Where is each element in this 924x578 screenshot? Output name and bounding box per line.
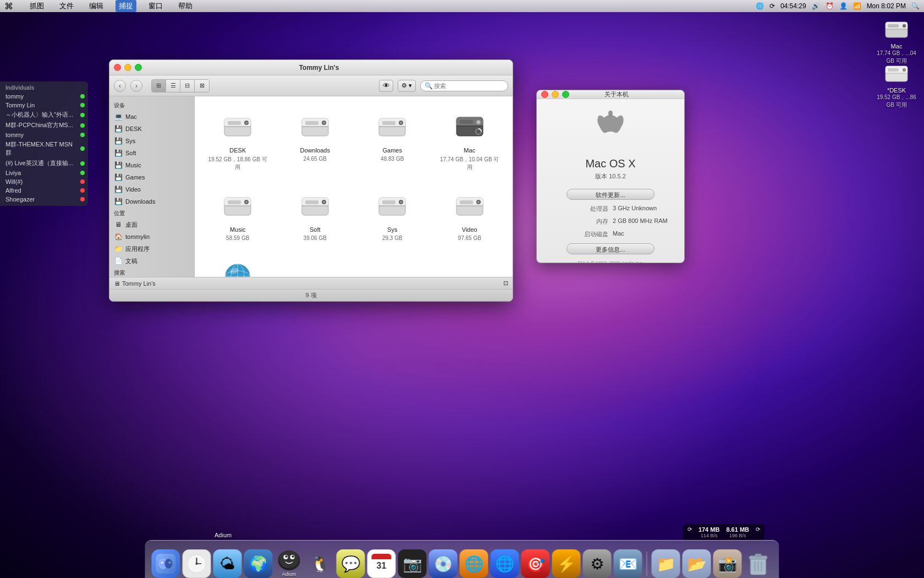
file-item-downloads[interactable]: Downloads 24.65 GB xyxy=(281,105,350,176)
sidebar-item-desk[interactable]: 💾 DESK xyxy=(109,123,194,135)
dock-photos[interactable]: 📸 xyxy=(713,549,742,578)
sidebar-item-apps[interactable]: 📁 应用程序 xyxy=(109,243,194,255)
menubar-search-icon[interactable]: 🔍 xyxy=(911,2,920,10)
dock-network[interactable]: 🌍 xyxy=(244,549,273,578)
nav-back-button[interactable]: ‹ xyxy=(114,80,126,92)
search-input[interactable] xyxy=(420,80,508,91)
dock-finder[interactable] xyxy=(152,549,180,578)
svg-rect-48 xyxy=(305,200,318,204)
dock-penguin[interactable]: 🐧 xyxy=(306,549,334,578)
dock-app12[interactable]: 🎯 xyxy=(521,549,550,578)
ind-item-tommy-lin[interactable]: Tommy Lin xyxy=(0,101,88,110)
about-memory-label: 内存 xyxy=(548,217,613,226)
quick-look-button[interactable]: 👁 xyxy=(379,80,393,92)
dock-folder2[interactable]: 📂 xyxy=(683,549,711,578)
sidebar-item-home[interactable]: 🏠 tommylin xyxy=(109,231,194,243)
dock-trash[interactable] xyxy=(744,549,773,578)
menubar-volume-icon[interactable]: 🔊 xyxy=(812,2,820,10)
minimize-button[interactable] xyxy=(124,64,131,71)
menubar-edit[interactable]: 编辑 xyxy=(86,0,107,12)
ind-status-alfred xyxy=(80,188,85,193)
menubar-help[interactable]: 帮助 xyxy=(175,0,196,12)
dock-calendar[interactable]: 31 xyxy=(367,549,396,578)
sidebar-item-music[interactable]: 💾 Music xyxy=(109,159,194,171)
sidebar-apps-label: 应用程序 xyxy=(125,245,150,253)
sidebar-item-soft[interactable]: 💾 Soft xyxy=(109,147,194,159)
dock-mail[interactable]: 📧 xyxy=(614,549,642,578)
view-coverflow-button[interactable]: ⊠ xyxy=(195,80,209,92)
about-minimize-button[interactable] xyxy=(552,91,559,98)
ind-item-tommy1[interactable]: tommy xyxy=(0,92,88,101)
dock-clock[interactable] xyxy=(183,549,211,578)
menubar-file[interactable]: 文件 xyxy=(56,0,77,12)
menubar-window[interactable]: 窗口 xyxy=(145,0,166,12)
sidebar-item-video[interactable]: 💾 Video xyxy=(109,183,194,195)
close-button[interactable] xyxy=(114,64,121,71)
dock-settings[interactable]: ⚙ xyxy=(583,549,612,578)
view-icon-button[interactable]: ⊞ xyxy=(152,80,166,92)
dock-folder1[interactable]: 📁 xyxy=(652,549,680,578)
sidebar-item-docs[interactable]: 📄 文稿 xyxy=(109,255,194,267)
ind-item-robot[interactable]: ～小机器人〉输入"外语... xyxy=(0,110,88,120)
about-version: 版本 10.5.2 xyxy=(595,172,626,181)
sidebar-item-downloads[interactable]: 💾 Downloads xyxy=(109,195,194,208)
sidebar-item-mac[interactable]: 💻 Mac xyxy=(109,111,194,123)
ind-item-will[interactable]: Will(#) xyxy=(0,177,88,186)
ind-item-liviya[interactable]: Liviya xyxy=(0,168,88,177)
app12-dock-icon: 🎯 xyxy=(521,549,550,578)
dock-weather[interactable]: 🌤 xyxy=(213,549,242,578)
about-more-button[interactable]: 更多信息... xyxy=(566,243,654,254)
nav-forward-button[interactable]: › xyxy=(130,80,142,92)
ind-item-alfred[interactable]: Alfred xyxy=(0,186,88,195)
ind-item-tommy2[interactable]: tommy xyxy=(0,130,88,139)
sidebar-docs-label: 文稿 xyxy=(125,257,138,265)
action-menu-button[interactable]: ⚙ ▾ xyxy=(398,80,416,92)
dock-app13[interactable]: ⚡ xyxy=(552,549,581,578)
file-item-desk[interactable]: DESK 19.52 GB，18.86 GB 可用 xyxy=(204,105,272,176)
file-item-music[interactable]: Music 58.59 GB xyxy=(204,184,272,246)
dock-photo[interactable]: 📷 xyxy=(398,549,427,578)
sidebar-item-sys[interactable]: 💾 Sys xyxy=(109,135,194,147)
about-maximize-button[interactable] xyxy=(562,91,569,98)
dock-browser1[interactable]: 🌐 xyxy=(460,549,488,578)
maximize-button[interactable] xyxy=(135,64,142,71)
file-item-video[interactable]: Video 97.65 GB xyxy=(436,184,504,246)
dock-chat[interactable]: 💬 xyxy=(337,549,365,578)
sidebar-item-desktop[interactable]: 🖥 桌面 xyxy=(109,219,194,231)
svg-rect-29 xyxy=(382,121,395,125)
view-column-button[interactable]: ⊟ xyxy=(180,80,195,92)
file-item-soft[interactable]: Soft 39.06 GB xyxy=(281,184,350,246)
file-item-network[interactable]: 网络 xyxy=(204,254,272,277)
ind-item-mq2[interactable]: M群-THEMEX.NET MSN群 xyxy=(0,139,88,158)
ind-item-live[interactable]: (#) Live英汉通（直接输... xyxy=(0,158,88,168)
file-item-mac[interactable]: Mac 17.74 GB，10.04 GB 可用 xyxy=(436,105,504,176)
file-item-sys[interactable]: Sys 29.3 GB xyxy=(358,184,427,246)
dock-adium[interactable]: Adium xyxy=(275,543,304,578)
adium-dock-icon xyxy=(275,543,304,571)
desktop-icon-mac[interactable]: Mac 17.74 GB，...04 GB 可用 xyxy=(875,17,919,65)
dock-disc[interactable]: 💿 xyxy=(429,549,458,578)
sys-file-size: 29.3 GB xyxy=(382,235,403,241)
menubar-user-icon[interactable]: 👤 xyxy=(839,2,848,10)
mac-file-icon xyxy=(452,110,487,145)
svg-point-53 xyxy=(400,201,402,203)
dock-browser2[interactable]: 🌐 xyxy=(491,549,519,578)
menubar-capture[interactable]: 捕捉 xyxy=(116,0,136,12)
svg-point-16 xyxy=(245,122,248,124)
individuals-panel: Individuals tommy Tommy Lin ～小机器人〉输入"外语.… xyxy=(0,81,88,206)
desktop-icon-desk[interactable]: *DESK 19.52 GB，...86 GB 可用 xyxy=(875,61,919,109)
games-drive-sidebar-icon: 💾 xyxy=(114,173,123,182)
about-close-button[interactable] xyxy=(541,91,548,98)
file-item-games[interactable]: Games 48.83 GB xyxy=(358,105,427,176)
menubar-grab[interactable]: 抓图 xyxy=(26,0,47,12)
view-list-button[interactable]: ☰ xyxy=(166,80,180,92)
sidebar-item-games[interactable]: 💾 Games xyxy=(109,171,194,183)
finder-sidebar: 设备 💻 Mac 💾 DESK 💾 Sys 💾 Soft 💾 Music xyxy=(109,96,195,277)
apple-menu[interactable]: ⌘ xyxy=(4,1,13,12)
ind-item-mq1[interactable]: M群-PCPChina官方MS... xyxy=(0,120,88,130)
about-memory-row: 内存 2 GB 800 MHz RAM xyxy=(548,216,673,227)
ind-item-shoegazer[interactable]: Shoegazer xyxy=(0,195,88,204)
about-update-button[interactable]: 软件更新... xyxy=(566,189,654,200)
svg-rect-54 xyxy=(382,200,395,204)
finder-window: Tommy Lin's ‹ › ⊞ ☰ ⊟ ⊠ 👁 ⚙ ▾ 🔍 设备 💻 Ma xyxy=(109,59,513,302)
